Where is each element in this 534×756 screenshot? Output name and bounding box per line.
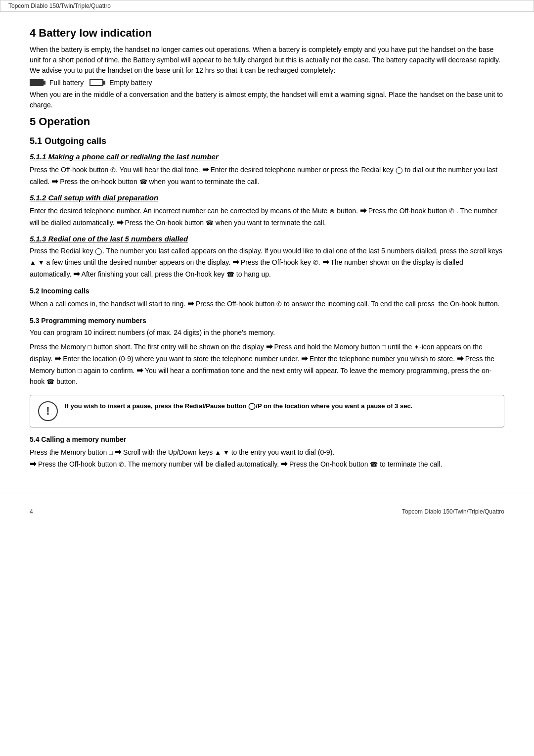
page: Topcom Diablo 150/Twin/Triple/Quattro 4 … <box>0 0 534 756</box>
battery-empty-label: Empty battery <box>109 79 152 87</box>
pause-icon: ◯/P <box>248 402 262 410</box>
battery-full-icon <box>30 79 44 86</box>
arrow7: ➡ <box>73 268 80 280</box>
offhook-icon3: ✆ <box>313 259 318 266</box>
arrow10: ➡ <box>54 353 61 365</box>
section5-1-2-text: Enter the desired telephone number. An i… <box>30 205 504 229</box>
arrow12: ➡ <box>457 353 463 365</box>
offhook-icon1: ✆ <box>110 166 116 174</box>
section4-body2: When you are in the middle of a conversa… <box>30 90 504 110</box>
section4-body1: When the battery is empty, the handset n… <box>30 45 504 76</box>
star-icon: ✦ <box>414 343 419 351</box>
scroll-down-icon2: ▼ <box>223 449 229 456</box>
arrow14: ➡ <box>115 446 121 458</box>
section5-3-title: 5.3 Programming memory numbers <box>30 317 504 325</box>
section5-1-1-title: 5.1.1 Making a phone call or redialing t… <box>30 152 504 161</box>
section5-1-title: 5.1 Outgoing calls <box>30 136 504 146</box>
arrow9: ➡ <box>266 341 272 353</box>
battery-empty-icon <box>89 79 103 86</box>
onhook-icon3: ☎ <box>226 271 234 278</box>
arrow15: ➡ <box>30 458 36 470</box>
scroll-up-icon: ▲ <box>30 259 36 266</box>
memory-icon2: □ <box>382 343 386 351</box>
section5-1-1-text: Press the Off-hook button ✆. You will he… <box>30 164 504 188</box>
section5-4-text: Press the Memory button □ ➡ Scroll with … <box>30 446 504 470</box>
notice-box: ! If you wish to insert a pause, press t… <box>30 395 504 427</box>
arrow16: ➡ <box>281 458 287 470</box>
memory-icon1: □ <box>88 343 91 351</box>
battery-row: Full battery Empty battery <box>30 79 504 87</box>
notice-text: If you wish to insert a pause, press the… <box>65 401 412 411</box>
scroll-up-icon2: ▲ <box>215 449 221 456</box>
arrow2: ➡ <box>51 176 58 188</box>
notice-icon: ! <box>38 401 58 421</box>
onhook-icon4: ☎ <box>46 378 54 385</box>
arrow4: ➡ <box>117 217 123 229</box>
onhook-icon2: ☎ <box>206 219 214 227</box>
section5-1-2-title: 5.1.2 Call setup with dial preparation <box>30 193 504 202</box>
section4-title: 4 Battery low indication <box>30 27 504 40</box>
onhook-icon5: ☎ <box>370 461 378 468</box>
header-bar: Topcom Diablo 150/Twin/Triple/Quattro <box>0 0 534 12</box>
redial-icon2: ◯ <box>95 247 102 255</box>
onhook-icon1: ☎ <box>139 178 147 186</box>
redial-icon1: ◯ <box>396 166 403 174</box>
section5-4-title: 5.4 Calling a memory number <box>30 435 504 443</box>
battery-full-label: Full battery <box>49 79 84 87</box>
section5-1-3-text: Press the Redial key ◯. The number you l… <box>30 246 504 280</box>
section5-3-text2: Press the Memory □ button short. The fir… <box>30 341 504 387</box>
arrow8: ➡ <box>187 298 194 310</box>
arrow5: ➡ <box>232 256 239 268</box>
section5-1-3-title: 5.1.3 Redial one of the last 5 numbers d… <box>30 235 504 243</box>
footer-brand: Topcom Diablo 150/Twin/Triple/Quattro <box>402 508 504 515</box>
offhook-icon2: ✆ <box>449 207 454 215</box>
footer-bar: 4 Topcom Diablo 150/Twin/Triple/Quattro <box>0 503 534 520</box>
mute-icon: ⊗ <box>329 207 335 215</box>
footer-page-number: 4 <box>30 508 33 515</box>
header-text: Topcom Diablo 150/Twin/Triple/Quattro <box>8 2 111 9</box>
section5-title: 5 Operation <box>30 115 504 128</box>
memory-icon4: □ <box>109 449 113 456</box>
offhook-icon5: ✆ <box>119 461 124 468</box>
scroll-down-icon: ▼ <box>38 259 44 266</box>
memory-icon3: □ <box>78 367 82 375</box>
arrow13: ➡ <box>136 365 143 377</box>
section5-3-text1: You can program 10 indirect numbers (of … <box>30 328 504 338</box>
footer-divider <box>0 493 534 493</box>
offhook-icon4: ✆ <box>276 300 282 308</box>
section5-2-text: When a call comes in, the handset will s… <box>30 298 504 310</box>
section5-2-title: 5.2 Incoming calls <box>30 287 504 295</box>
main-content: 4 Battery low indication When the batter… <box>0 12 534 493</box>
arrow1: ➡ <box>202 164 209 176</box>
arrow3: ➡ <box>360 205 366 217</box>
arrow11: ➡ <box>301 353 308 365</box>
arrow6: ➡ <box>322 256 329 268</box>
